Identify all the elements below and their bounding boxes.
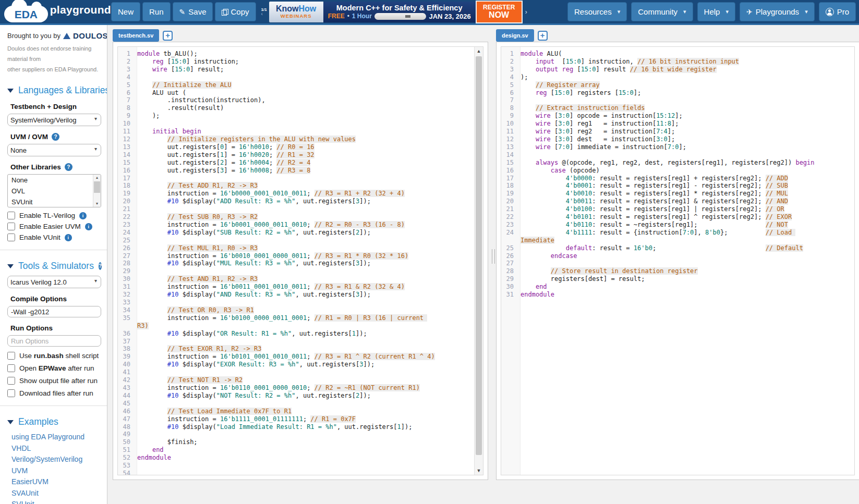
listbox-option-svunit[interactable]: SVUnit	[8, 196, 101, 207]
help-icon[interactable]	[99, 262, 102, 270]
enable-vunit-checkbox[interactable]	[7, 233, 15, 241]
testbench-language-select[interactable]: SystemVerilog/Verilog	[7, 114, 101, 126]
enable-tl-verilog-checkbox[interactable]	[7, 212, 15, 219]
code-line: 1module ALU(	[501, 50, 854, 58]
enable-easier-uvm-checkbox[interactable]	[7, 223, 15, 230]
open-epwave-row[interactable]: Open EPWave after run	[7, 364, 101, 372]
line-number: 27	[118, 252, 134, 260]
register-now-button[interactable]: REGISTER NOW	[476, 1, 523, 23]
scroll-up-icon[interactable]: ▴	[93, 175, 101, 181]
example-link-vhdl[interactable]: VHDL	[11, 443, 101, 454]
download-files-checkbox[interactable]	[7, 389, 15, 397]
code-line: 35 instruction = 16'b0100_0000_0011_0001…	[118, 314, 483, 322]
example-link-uvm[interactable]: UVM	[11, 465, 101, 477]
example-link-easieruvm[interactable]: EasierUVM	[11, 476, 101, 488]
new-button[interactable]: New	[111, 2, 140, 21]
use-runbash-checkbox[interactable]	[7, 352, 15, 360]
scroll-up-icon[interactable]: ▲	[475, 47, 483, 55]
line-number: 24	[501, 229, 517, 237]
other-libraries-listbox[interactable]: None OVL SVUnit ▴ ▾	[7, 174, 101, 207]
line-number: 5	[118, 81, 134, 89]
enable-tl-verilog-row[interactable]: Enable TL-Verilog	[7, 212, 101, 219]
enable-vunit-row[interactable]: Enable VUnit	[7, 233, 101, 241]
code-line: 4	[118, 73, 483, 81]
eda-playground-logo[interactable]: EDA playground	[4, 2, 111, 22]
line-number: 32	[118, 291, 134, 299]
webinar-banner-ad[interactable]: 1/1 ‹ KnowHow WEBINARS Modern C++ for Sa…	[261, 1, 531, 23]
line-number: 5	[501, 81, 517, 89]
help-icon[interactable]	[65, 163, 72, 171]
info-icon[interactable]	[65, 234, 72, 241]
help-icon[interactable]	[52, 133, 59, 141]
line-number: 33	[118, 299, 134, 306]
tab-testbench-sv[interactable]: testbench.sv	[113, 29, 159, 42]
listbox-option-ovl[interactable]: OVL	[8, 186, 101, 196]
simulator-select[interactable]: Icarus Verilog 12.0	[7, 276, 101, 288]
profile-menu[interactable]: Pro	[819, 2, 856, 21]
code-line: 51 end	[118, 446, 483, 454]
listbox-scrollbar[interactable]: ▴ ▾	[93, 175, 101, 207]
line-number: 2	[501, 58, 517, 66]
banner-prev-icon[interactable]: ‹	[261, 12, 263, 16]
use-runbash-row[interactable]: Use run.bash shell script	[7, 352, 101, 360]
example-link-using-eda-playground[interactable]: using EDA Playground	[11, 432, 101, 443]
code-line: 28 #10 $display("MUL Result: R3 = %h", u…	[118, 260, 483, 267]
save-button[interactable]: Save	[173, 2, 213, 21]
line-number: 9	[501, 112, 517, 120]
uvm-ovm-select[interactable]: None	[7, 144, 101, 156]
add-file-button[interactable]: +	[538, 31, 548, 41]
panel-resize-handle[interactable]	[492, 249, 495, 264]
code-editor-testbench[interactable]: 1module tb_ALU();2 reg [15:0] instructio…	[118, 47, 483, 475]
run-options-input[interactable]	[7, 335, 101, 347]
line-number: 15	[118, 159, 134, 167]
copy-button[interactable]: Copy	[215, 2, 256, 21]
scroll-down-icon[interactable]: ▾	[93, 201, 101, 207]
code-line: 14 uut.registers[1] = 16'h0020; // R1 = …	[118, 151, 483, 159]
info-icon[interactable]	[79, 212, 87, 219]
doulos-brand[interactable]: DOULOS	[73, 31, 107, 40]
scroll-down-icon[interactable]: ▼	[475, 466, 483, 475]
code-line: 7	[501, 96, 854, 104]
compile-options-input[interactable]	[7, 306, 101, 317]
line-number: 14	[118, 151, 134, 159]
open-epwave-checkbox[interactable]	[7, 364, 15, 372]
enable-easier-uvm-row[interactable]: Enable Easier UVM	[7, 223, 101, 230]
line-number: 24	[118, 229, 134, 237]
section-examples[interactable]: Examples	[7, 416, 101, 427]
code-editor-design[interactable]: 1module ALU(2 input [15:0] instruction, …	[501, 47, 854, 299]
community-menu[interactable]: Community	[631, 2, 693, 21]
editor-scrollbar[interactable]: ▲ ▼	[474, 47, 483, 475]
info-icon[interactable]	[85, 223, 92, 230]
scrollbar-thumb[interactable]	[94, 181, 100, 193]
code-line: 5 // Initialize the ALU	[118, 81, 483, 89]
banner-next-icon[interactable]: ›	[525, 8, 527, 16]
section-languages-libraries[interactable]: Languages & Libraries	[7, 85, 101, 96]
code-line: 12 wire [3:0] dest = instruction[3:0];	[501, 136, 854, 143]
listbox-option-none[interactable]: None	[8, 175, 101, 186]
line-number: 25	[501, 244, 517, 252]
help-menu[interactable]: Help	[697, 2, 735, 21]
line-number: 31	[118, 283, 134, 291]
top-navbar: EDA playground New Run Save Copy 1/1 ‹ K…	[0, 0, 859, 25]
code-line: 24 4'b1111: result = {instruction[7:0], …	[501, 229, 854, 237]
line-number: 10	[118, 120, 134, 128]
example-link-svaunit[interactable]: SVAUnit	[11, 488, 101, 499]
add-file-button[interactable]: +	[163, 31, 173, 41]
section-tools-simulators[interactable]: Tools & Simulators	[7, 261, 101, 272]
code-line: 29 registers[dest] = result;	[501, 275, 854, 283]
download-files-row[interactable]: Download files after run	[7, 389, 101, 397]
tab-design-sv[interactable]: design.sv	[496, 29, 534, 42]
line-number: 8	[118, 104, 134, 112]
divider	[0, 250, 107, 250]
example-link-svunit[interactable]: SVUnit	[11, 499, 101, 504]
show-output-file-checkbox[interactable]	[7, 377, 15, 385]
line-number: 47	[118, 415, 134, 423]
run-button[interactable]: Run	[142, 2, 171, 21]
resources-menu[interactable]: Resources	[567, 2, 627, 21]
code-line: 9 );	[118, 112, 483, 120]
banner-message: Modern C++ for Safety & Efficiency FREE …	[323, 2, 476, 22]
scrollbar-thumb[interactable]	[476, 56, 482, 455]
playgrounds-menu[interactable]: Playgrounds	[740, 2, 815, 21]
show-output-file-row[interactable]: Show output file after run	[7, 377, 101, 385]
example-link-verilog-systemverilog[interactable]: Verilog/SystemVerilog	[11, 454, 101, 465]
